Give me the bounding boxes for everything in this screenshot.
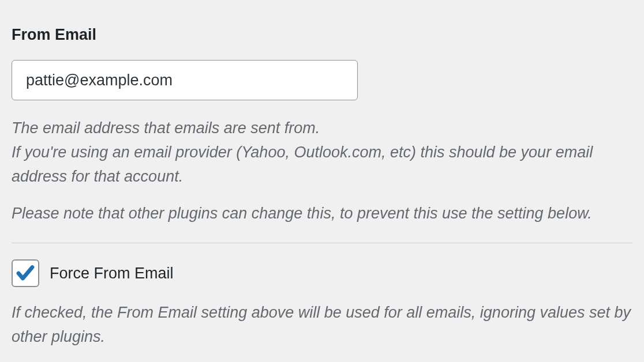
force-from-email-checkbox[interactable] <box>12 259 39 287</box>
from-email-description-1: The email address that emails are sent f… <box>12 116 632 189</box>
checkmark-icon <box>15 263 36 284</box>
from-email-section: From Email The email address that emails… <box>12 26 632 225</box>
from-email-input[interactable] <box>12 60 358 100</box>
from-email-description-note: Please note that other plugins can chang… <box>12 202 632 226</box>
force-from-email-description: If checked, the From Email setting above… <box>12 301 632 349</box>
section-divider <box>12 243 632 243</box>
from-email-description-line2: If you're using an email provider (Yahoo… <box>12 144 593 185</box>
force-from-email-label: Force From Email <box>50 265 174 282</box>
force-from-email-section: Force From Email If checked, the From Em… <box>12 259 632 349</box>
from-email-description-line1: The email address that emails are sent f… <box>12 119 320 137</box>
force-from-email-row: Force From Email <box>12 259 632 287</box>
from-email-label: From Email <box>12 26 632 44</box>
